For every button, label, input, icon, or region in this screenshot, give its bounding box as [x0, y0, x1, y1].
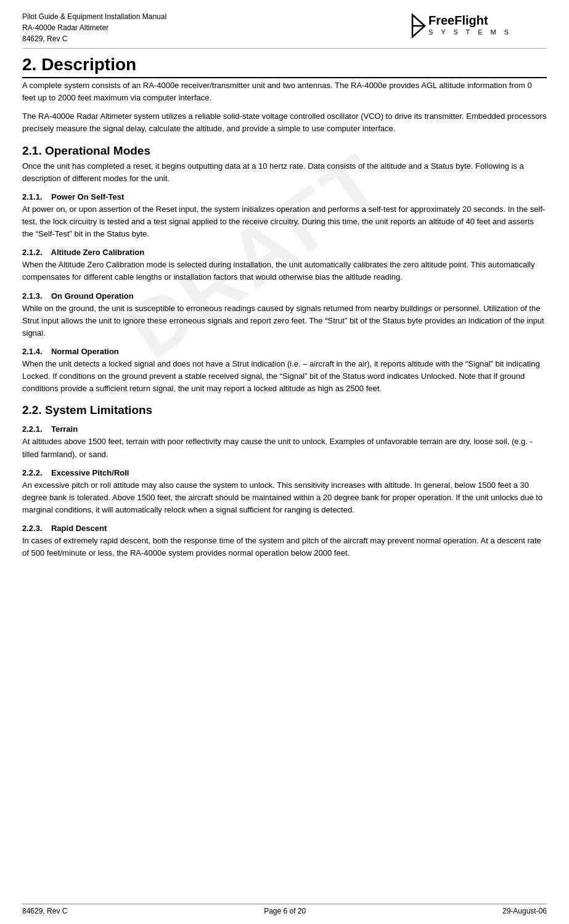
sub2-2-3-label: 2.2.3. [22, 524, 43, 533]
sub2-1-1-label: 2.1.1. [22, 192, 43, 201]
sub2-1-3-label: 2.1.3. [22, 291, 43, 301]
sub2-1-4-heading: 2.1.4. Normal Operation [22, 347, 547, 356]
sub2-2-2-label: 2.2.2. [22, 468, 43, 477]
sub2-2-3-title: Rapid Descent [51, 524, 107, 533]
page-header: Pilot Guide & Equipment Installation Man… [22, 11, 547, 49]
header-line3: 84629, Rev C [22, 33, 166, 44]
section2-intro2: The RA-4000e Radar Altimeter system util… [22, 110, 547, 135]
sub2-1-2-body: When the Altitude Zero Calibration mode … [22, 259, 547, 283]
sub2-2-3-heading: 2.2.3. Rapid Descent [22, 524, 547, 533]
subsection2-1-intro: Once the unit has completed a reset, it … [22, 160, 547, 185]
sub2-1-3-heading: 2.1.3. On Ground Operation [22, 291, 547, 301]
section2-intro1: A complete system consists of an RA-4000… [22, 79, 547, 104]
sub2-1-2-label: 2.1.2. [22, 248, 43, 257]
svg-text:FreeFlight: FreeFlight [428, 14, 488, 27]
sub2-2-2-title: Excessive Pitch/Roll [51, 468, 129, 477]
sub2-1-4-label: 2.1.4. [22, 347, 43, 356]
sub2-1-4-title: Normal Operation [51, 347, 119, 356]
sub2-2-1-heading: 2.2.1. Terrain [22, 424, 547, 434]
sub2-1-1-body: At power on, or upon assertion of the Re… [22, 203, 547, 240]
footer-right: 29-August-06 [502, 907, 547, 915]
header-line2: RA-4000e Radar Altimeter [22, 22, 166, 33]
sub2-1-4-body: When the unit detects a locked signal an… [22, 358, 547, 395]
footer-left: 84629, Rev C [22, 907, 67, 915]
sub2-1-1-heading: 2.1.1. Power On Self-Test [22, 192, 547, 201]
header-text: Pilot Guide & Equipment Installation Man… [22, 11, 166, 44]
svg-text:S Y S T E M S: S Y S T E M S [428, 28, 512, 36]
sub2-2-1-label: 2.2.1. [22, 424, 43, 434]
sub2-2-3-body: In cases of extremely rapid descent, bot… [22, 535, 547, 559]
page-footer: 84629, Rev C Page 6 of 20 29-August-06 [22, 904, 547, 915]
sub2-1-2-title: Altitude Zero Calibration [51, 248, 145, 257]
sub2-1-1-title: Power On Self-Test [51, 192, 124, 201]
sub2-2-1-title: Terrain [51, 424, 78, 434]
sub2-2-2-heading: 2.2.2. Excessive Pitch/Roll [22, 468, 547, 477]
sub2-2-1-body: At altitudes above 1500 feet, terrain wi… [22, 436, 547, 460]
sub2-2-2-body: An excessive pitch or roll attitude may … [22, 479, 547, 516]
freeflight-logo: FreeFlight S Y S T E M S [411, 11, 547, 41]
header-line1: Pilot Guide & Equipment Installation Man… [22, 11, 166, 22]
logo: FreeFlight S Y S T E M S [411, 11, 547, 41]
subsection2-2-title: 2.2. System Limitations [22, 403, 547, 417]
sub2-1-3-title: On Ground Operation [51, 291, 134, 301]
subsection2-1-title: 2.1. Operational Modes [22, 144, 547, 158]
sub2-1-2-heading: 2.1.2. Altitude Zero Calibration [22, 248, 547, 257]
footer-center: Page 6 of 20 [264, 907, 306, 915]
section2-title: 2. Description [22, 55, 547, 78]
sub2-1-3-body: While on the ground, the unit is suscept… [22, 302, 547, 339]
